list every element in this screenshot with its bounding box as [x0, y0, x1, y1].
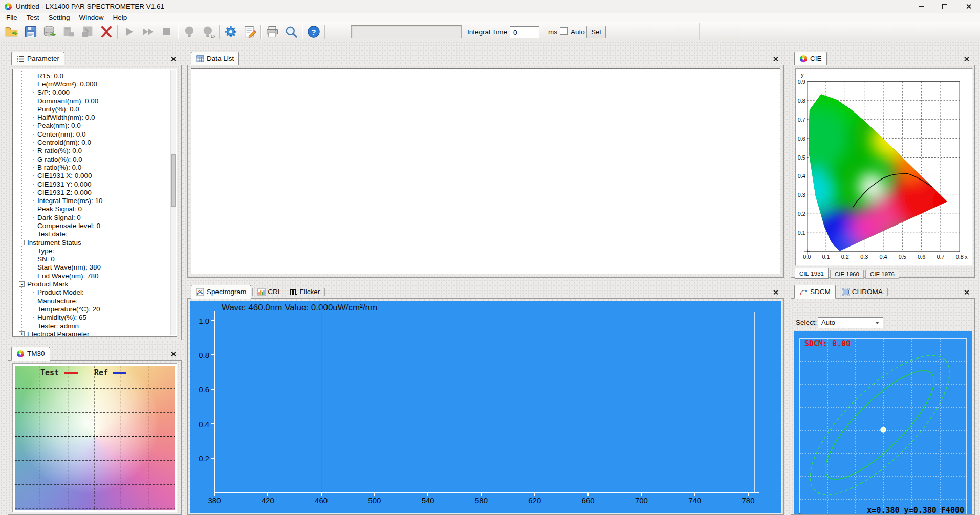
- tree-item[interactable]: Temperature(°C): 20: [13, 305, 170, 313]
- tree-connector: [32, 309, 36, 309]
- toolbar-separator: [324, 25, 325, 39]
- settings-gear-button[interactable]: [221, 23, 240, 40]
- tree-item[interactable]: Purity(%): 0.0: [13, 105, 170, 113]
- sdcm-panel: SDCMCHROMA Select: Auto: [791, 284, 975, 515]
- export-excel-disabled-icon: [80, 25, 95, 39]
- spectrogram-close-button[interactable]: [773, 288, 779, 295]
- sdcm-tab-chroma[interactable]: CHROMA: [838, 285, 886, 299]
- end-wave-marker: [754, 312, 755, 492]
- tree-item[interactable]: Peak(nm): 0.0: [13, 122, 170, 130]
- toolbar-separator: [178, 25, 178, 39]
- macadam-ellipses: [794, 335, 969, 514]
- tree-item[interactable]: Centroid(nm): 0.0: [13, 138, 170, 146]
- tab-separator: [285, 288, 285, 296]
- help-button[interactable]: ?: [304, 23, 323, 40]
- tree-item[interactable]: Tester: admin: [13, 322, 170, 330]
- menu-window[interactable]: Window: [75, 14, 108, 21]
- tree-item[interactable]: Dark Signal: 0: [13, 213, 170, 221]
- tree-item[interactable]: CIE1931 X: 0.000: [13, 172, 170, 180]
- tree-item[interactable]: Test date:: [13, 230, 170, 238]
- flicker-icon: [290, 288, 298, 296]
- tree-item[interactable]: Start Wave(nm): 380: [13, 263, 170, 272]
- menu-test[interactable]: Test: [22, 14, 44, 21]
- tree-branch[interactable]: +Electrical Parameter: [13, 330, 170, 337]
- expand-icon[interactable]: +: [19, 331, 25, 337]
- tab-data-list[interactable]: Data List: [191, 52, 239, 65]
- scrollbar-thumb[interactable]: [171, 154, 176, 207]
- tab-tm30[interactable]: TM30: [11, 347, 50, 361]
- tree-item[interactable]: CIE1931 Z: 0.000: [13, 188, 170, 196]
- cie-1931-diagram: 0.10.20.30.40.50.60.70.80.90.00.10.20.30…: [796, 69, 972, 265]
- cri-icon: [257, 288, 266, 296]
- tree-branch[interactable]: -Instrument Status: [13, 238, 170, 247]
- integral-time-input[interactable]: [510, 26, 539, 38]
- close-button[interactable]: [956, 0, 980, 13]
- tree-connector: [32, 267, 36, 267]
- cie-gamut: [796, 69, 972, 265]
- tab-parameter[interactable]: Parameter: [11, 52, 64, 65]
- cie-close-button[interactable]: [964, 55, 970, 61]
- data-list-close-button[interactable]: [773, 55, 779, 61]
- tree-item[interactable]: Manufacture:: [13, 297, 170, 305]
- tree-item[interactable]: End Wave(nm): 780: [13, 272, 170, 280]
- maximize-button[interactable]: [933, 0, 956, 13]
- sdcm-select-dropdown[interactable]: Auto: [818, 317, 883, 328]
- tm30-close-button[interactable]: [170, 350, 177, 356]
- spectrogram-tab-flicker[interactable]: Flicker: [286, 285, 324, 299]
- cie-view-cie-1960[interactable]: CIE 1960: [830, 270, 864, 279]
- tree-item[interactable]: Dominant(nm): 0.00: [13, 97, 170, 105]
- parameter-scrollbar[interactable]: [170, 70, 176, 335]
- open-button[interactable]: [2, 23, 21, 40]
- wavelength-cursor[interactable]: [321, 309, 322, 492]
- save-database-button[interactable]: [40, 23, 59, 40]
- sdcm-close-button[interactable]: [964, 288, 970, 295]
- menu-help[interactable]: Help: [108, 14, 132, 21]
- tab-cie[interactable]: CIE: [794, 52, 827, 65]
- cie-view-cie-1931[interactable]: CIE 1931: [795, 268, 829, 279]
- tree-item[interactable]: R ratio(%): 0.0: [13, 147, 170, 155]
- edit-report-button[interactable]: [240, 23, 259, 40]
- tree-item[interactable]: S/P: 0.000: [13, 88, 170, 97]
- x-tick-label: 380: [203, 496, 226, 505]
- save-button[interactable]: [21, 23, 40, 40]
- parameter-close-button[interactable]: [170, 55, 177, 61]
- tree-item[interactable]: B ratio(%): 0.0: [13, 163, 170, 171]
- help-icon: ?: [307, 25, 321, 39]
- collapse-icon[interactable]: -: [19, 281, 25, 287]
- print-button[interactable]: [263, 23, 281, 40]
- tree-item[interactable]: SN: 0: [13, 255, 170, 263]
- tm30-ref-label: Ref: [94, 368, 108, 377]
- tree-branch[interactable]: -Product Mark: [13, 280, 170, 288]
- tab-separator: [252, 288, 253, 296]
- auto-checkbox[interactable]: [560, 27, 568, 35]
- close-icon: [964, 56, 969, 62]
- svg-text:0.3: 0.3: [860, 254, 868, 260]
- tree-item[interactable]: Ee(mW/cm²): 0.000: [13, 80, 170, 88]
- tree-item[interactable]: Integral Time(ms): 10: [13, 196, 170, 205]
- tree-item[interactable]: HalfWidth(nm): 0.0: [13, 113, 170, 121]
- tree-item[interactable]: Type:: [13, 247, 170, 255]
- tree-item[interactable]: Humidity(%): 65: [13, 314, 170, 322]
- sdcm-tab-sdcm[interactable]: SDCM: [794, 285, 836, 299]
- tree-item[interactable]: R15: 0.0: [13, 72, 170, 80]
- tree-item[interactable]: Product Model:: [13, 288, 170, 297]
- tree-connector: [32, 184, 36, 185]
- cie-view-cie-1976[interactable]: CIE 1976: [865, 270, 899, 279]
- tree-item[interactable]: CIE1931 Y: 0.000: [13, 180, 170, 188]
- data-list-table-area[interactable]: [191, 68, 780, 274]
- spectrogram-tab-spectrogram[interactable]: Spectrogram: [191, 285, 251, 299]
- menu-setting[interactable]: Setting: [44, 14, 75, 21]
- spectrogram-tab-cri[interactable]: CRI: [254, 285, 283, 299]
- zoom-search-button[interactable]: [281, 23, 300, 40]
- minimize-button[interactable]: [909, 0, 933, 13]
- tree-item[interactable]: Center(nm): 0.0: [13, 130, 170, 138]
- tree-item[interactable]: Compensate level: 0: [13, 221, 170, 230]
- menu-file[interactable]: File: [2, 14, 22, 21]
- collapse-icon[interactable]: -: [19, 240, 25, 245]
- sdcm-tabbar: SDCMCHROMA: [791, 284, 975, 299]
- delete-button[interactable]: [97, 23, 116, 40]
- set-button[interactable]: Set: [586, 26, 606, 38]
- tree-item[interactable]: Peak Signal: 0: [13, 205, 170, 213]
- spectrogram-chart[interactable]: Wave: 460.0nm Value: 0.000uW/cm²/nm 3804…: [190, 301, 781, 513]
- tree-item[interactable]: G ratio(%): 0.0: [13, 155, 170, 163]
